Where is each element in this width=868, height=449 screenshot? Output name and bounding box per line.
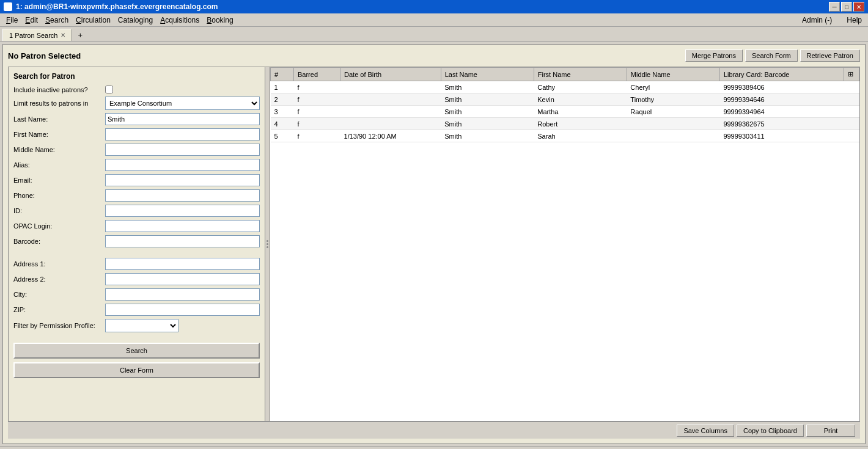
menu-edit[interactable]: Edit [21,15,42,26]
cell-expand [844,106,859,118]
close-btn[interactable]: ✕ [853,2,864,12]
menu-booking[interactable]: Booking [203,15,237,26]
merge-patrons-btn[interactable]: Merge Patrons [685,49,743,62]
alias-row: Alias: [13,159,260,171]
col-header-last[interactable]: Last Name [441,68,534,81]
content-area: Search for Patron Include inactive patro… [8,67,860,422]
title-bar: 1: admin@BR1-winxpvmfx.phasefx.evergreen… [0,0,868,13]
no-patron-label: No Patron Selected [8,51,81,60]
menu-help[interactable]: Help [843,15,866,26]
first-name-input[interactable] [105,128,260,141]
search-panel-title: Search for Patron [13,72,260,81]
menu-admin[interactable]: Admin (-) [798,15,836,26]
col-header-expand[interactable]: ⊞ [844,68,859,81]
table-row[interactable]: 4 f Smith Robert 99999362675 [271,118,859,130]
col-header-first[interactable]: First Name [534,68,627,81]
resize-dot-1 [267,240,268,242]
include-inactive-checkbox[interactable] [105,86,113,93]
retrieve-patron-btn[interactable]: Retrieve Patron [800,49,860,62]
results-panel: # Barred Date of Birth Last Name First N… [270,67,859,421]
cell-dob: 1/13/90 12:00 AM [340,130,441,142]
address1-input[interactable] [105,258,260,270]
table-row[interactable]: 2 f Smith Kevin Timothy 99999394646 [271,93,859,106]
minimize-btn[interactable]: ─ [829,2,840,12]
middle-name-label: Middle Name: [13,146,105,153]
last-name-label: Last Name: [13,115,105,123]
address2-input[interactable] [105,273,260,285]
tab-add-btn[interactable]: + [73,29,88,41]
cell-barred: f [294,106,340,118]
menu-cataloging[interactable]: Cataloging [114,15,156,26]
resize-dot-3 [267,246,268,248]
menu-acquisitions[interactable]: Acquisitions [156,15,203,26]
middle-name-input[interactable] [105,144,260,156]
cell-barred: f [294,130,340,142]
search-panel: Search for Patron Include inactive patro… [9,67,265,421]
table-row[interactable]: 1 f Smith Cathy Cheryl 99999389406 [271,81,859,93]
cell-num: 5 [271,130,294,142]
barcode-label: Barcode: [13,238,105,245]
barcode-input[interactable] [105,235,260,247]
cell-expand [844,93,859,106]
header-buttons: Merge Patrons Search Form Retrieve Patro… [685,49,860,62]
id-label: ID: [13,207,105,214]
cell-barred: f [294,81,340,93]
table-row[interactable]: 3 f Smith Martha Raquel 99999394964 [271,106,859,118]
cell-dob [340,106,441,118]
status-bar [0,447,868,449]
cell-dob [340,118,441,130]
print-btn[interactable]: Print [806,425,855,437]
cell-barcode: 99999362675 [719,118,844,130]
cell-middle [627,118,719,130]
copy-clipboard-btn[interactable]: Copy to Clipboard [737,425,804,437]
col-header-barcode[interactable]: Library Card: Barcode [719,68,844,81]
cell-first: Sarah [534,130,627,142]
permission-profile-label: Filter by Permission Profile: [13,322,105,329]
header-row: No Patron Selected Merge Patrons Search … [8,49,860,62]
search-button[interactable]: Search [13,343,260,359]
col-header-num[interactable]: # [271,68,294,81]
resize-handle[interactable] [265,67,270,421]
title-bar-text: 1: admin@BR1-winxpvmfx.phasefx.evergreen… [16,2,218,11]
limit-results-select[interactable]: Example Consortium [105,97,260,110]
cell-first: Kevin [534,93,627,106]
permission-profile-select[interactable] [105,319,178,332]
menu-file[interactable]: File [2,15,21,26]
col-header-barred[interactable]: Barred [294,68,340,81]
clear-form-button[interactable]: Clear Form [13,362,260,378]
limit-results-label: Limit results to patrons in [13,100,105,107]
include-inactive-label: Include inactive patrons? [13,86,105,93]
cell-expand [844,81,859,93]
alias-input[interactable] [105,159,260,171]
cell-dob [340,93,441,106]
app-icon [4,2,12,11]
phone-row: Phone: [13,189,260,202]
limit-results-row: Limit results to patrons in Example Cons… [13,97,260,110]
tab-bar: 1 Patron Search ✕ + [0,27,868,42]
last-name-input[interactable] [105,113,260,125]
middle-name-row: Middle Name: [13,144,260,156]
cell-expand [844,130,859,142]
address2-row: Address 2: [13,273,260,285]
table-row[interactable]: 5 f 1/13/90 12:00 AM Smith Sarah 9999930… [271,130,859,142]
col-header-middle[interactable]: Middle Name [627,68,719,81]
resize-dot-2 [267,243,268,245]
cell-middle [627,130,719,142]
tab-close-btn[interactable]: ✕ [61,32,65,38]
zip-input[interactable] [105,304,260,316]
tab-patron-search[interactable]: 1 Patron Search ✕ [2,29,72,41]
email-input[interactable] [105,174,260,186]
menu-circulation[interactable]: Circulation [72,15,114,26]
opac-login-input[interactable] [105,220,260,232]
search-form-btn[interactable]: Search Form [745,49,798,62]
maximize-btn[interactable]: □ [841,2,852,12]
col-header-dob[interactable]: Date of Birth [340,68,441,81]
save-columns-btn[interactable]: Save Columns [677,425,734,437]
menu-bar: File Edit Search Circulation Cataloging … [0,13,868,27]
city-input[interactable] [105,288,260,301]
cell-num: 2 [271,93,294,106]
menu-search[interactable]: Search [42,15,72,26]
include-inactive-row: Include inactive patrons? [13,86,260,93]
id-input[interactable] [105,205,260,217]
phone-input[interactable] [105,189,260,202]
